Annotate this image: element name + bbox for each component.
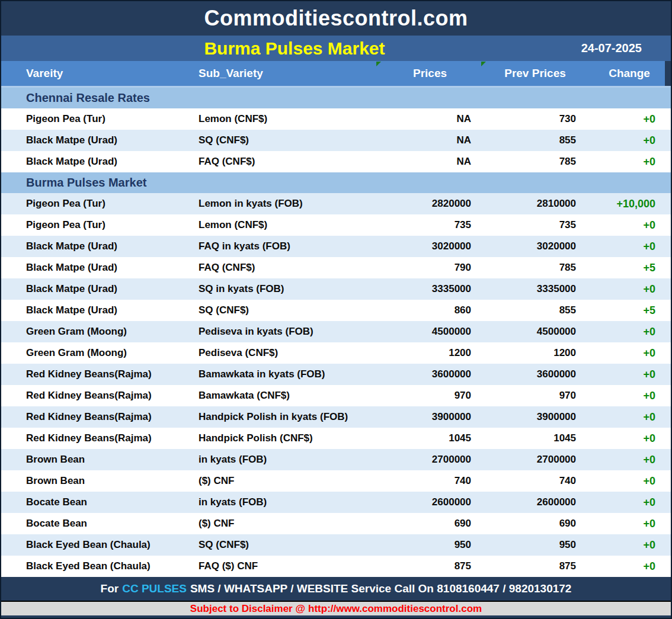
report-page: Commoditiescontrol.com Burma Pulses Mark… bbox=[0, 0, 672, 619]
cell-price: 1045 bbox=[377, 432, 482, 444]
cell-prev-price: 785 bbox=[482, 262, 588, 274]
cell-prev-price: 740 bbox=[482, 475, 588, 487]
table-row: Red Kidney Beans(Rajma)Bamawkata in kyat… bbox=[1, 364, 671, 385]
cell-price: 3335000 bbox=[377, 283, 482, 295]
cell-sub-variety: SQ (CNF$) bbox=[182, 304, 377, 316]
column-header-prev-prices: Prev Prices bbox=[482, 67, 588, 80]
title-bar: Commoditiescontrol.com bbox=[1, 1, 671, 36]
cell-change: +0 bbox=[588, 368, 671, 381]
table-row: Black Matpe (Urad)SQ in kyats (FOB)33350… bbox=[1, 278, 671, 300]
service-prefix: For bbox=[101, 582, 119, 595]
cell-price: 2820000 bbox=[377, 198, 482, 210]
cell-change: +0 bbox=[588, 432, 671, 445]
cell-sub-variety: Handpick Polish in kyats (FOB) bbox=[182, 411, 377, 423]
table-row: Black Matpe (Urad)FAQ (CNF$)NA785+0 bbox=[1, 151, 671, 172]
cell-prev-price: 875 bbox=[482, 560, 588, 572]
cell-prev-price: 735 bbox=[482, 219, 588, 231]
cell-sub-variety: Lemon in kyats (FOB) bbox=[182, 198, 377, 210]
cell-price: 690 bbox=[377, 518, 482, 530]
cell-variety: Brown Bean bbox=[1, 475, 182, 487]
cell-change: +0 bbox=[588, 283, 671, 296]
cell-price: 2600000 bbox=[377, 496, 482, 508]
cell-prev-price: 3335000 bbox=[482, 283, 588, 295]
cell-change: +0 bbox=[588, 240, 671, 253]
cell-price: 740 bbox=[377, 475, 482, 487]
cell-sub-variety: SQ in kyats (FOB) bbox=[182, 283, 377, 295]
cell-sub-variety: SQ (CNF$) bbox=[182, 539, 377, 551]
cell-change: +0 bbox=[588, 475, 671, 487]
cell-change: +0 bbox=[588, 560, 671, 573]
cell-change: +0 bbox=[588, 454, 671, 466]
cell-change: +0 bbox=[588, 134, 671, 147]
table-row: Green Gram (Moong)Pediseva (CNF$)1200120… bbox=[1, 342, 671, 364]
table-body: Chennai Resale RatesPigeon Pea (Tur)Lemo… bbox=[1, 88, 671, 577]
cell-variety: Black Eyed Bean (Chaula) bbox=[1, 560, 182, 572]
cell-sub-variety: in kyats (FOB) bbox=[182, 454, 377, 466]
service-text: SMS / WHATSAPP / WEBSITE Service Call On… bbox=[190, 582, 572, 595]
cell-change: +0 bbox=[588, 113, 671, 126]
cell-price: 735 bbox=[377, 219, 482, 231]
table-row: Red Kidney Beans(Rajma)Bamawkata (CNF$)9… bbox=[1, 385, 671, 406]
table-row: Bocate Beanin kyats (FOB)26000002600000+… bbox=[1, 492, 671, 513]
cell-prev-price: 970 bbox=[482, 390, 588, 402]
column-header-prices: Prices bbox=[377, 67, 482, 80]
cell-change: +0 bbox=[588, 156, 671, 168]
header-right-notch bbox=[665, 61, 671, 86]
cell-sub-variety: Bamawkata (CNF$) bbox=[182, 390, 377, 402]
cell-variety: Black Matpe (Urad) bbox=[1, 134, 182, 146]
cell-sub-variety: FAQ (CNF$) bbox=[182, 262, 377, 274]
cell-prev-price: 4500000 bbox=[482, 326, 588, 338]
table-row: Black Eyed Bean (Chaula)SQ (CNF$)950950+… bbox=[1, 534, 671, 556]
cell-sub-variety: FAQ ($) CNF bbox=[182, 560, 377, 572]
cell-variety: Black Matpe (Urad) bbox=[1, 283, 182, 295]
cell-variety: Red Kidney Beans(Rajma) bbox=[1, 368, 182, 380]
cell-sub-variety: Handpick Polish (CNF$) bbox=[182, 432, 377, 444]
cell-prev-price: 855 bbox=[482, 304, 588, 316]
cell-variety: Green Gram (Moong) bbox=[1, 347, 182, 359]
cell-price: 4500000 bbox=[377, 326, 482, 338]
cell-sub-variety: FAQ in kyats (FOB) bbox=[182, 240, 377, 252]
table-row: Pigeon Pea (Tur)Lemon (CNF$)NA730+0 bbox=[1, 108, 671, 130]
table-row: Brown Bean($) CNF740740+0 bbox=[1, 470, 671, 492]
report-title: Burma Pulses Market bbox=[1, 36, 588, 61]
table-row: Black Eyed Bean (Chaula)FAQ ($) CNF87587… bbox=[1, 556, 671, 577]
table-row: Green Gram (Moong)Pediseva in kyats (FOB… bbox=[1, 321, 671, 342]
cell-sub-variety: Lemon (CNF$) bbox=[182, 219, 377, 231]
cell-variety: Black Matpe (Urad) bbox=[1, 262, 182, 274]
cell-change: +5 bbox=[588, 262, 671, 274]
table-row: Pigeon Pea (Tur)Lemon (CNF$)735735+0 bbox=[1, 214, 671, 236]
table-row: Pigeon Pea (Tur)Lemon in kyats (FOB)2820… bbox=[1, 193, 671, 214]
cell-prev-price: 730 bbox=[482, 113, 588, 125]
cell-change: +0 bbox=[588, 390, 671, 402]
cell-variety: Red Kidney Beans(Rajma) bbox=[1, 411, 182, 423]
column-header-variety: Vareity bbox=[1, 67, 182, 80]
cell-variety: Black Eyed Bean (Chaula) bbox=[1, 539, 182, 551]
table-row: Brown Beanin kyats (FOB)27000002700000+0 bbox=[1, 449, 671, 470]
disclaimer-bar: Subject to Disclaimer @ http://www.commo… bbox=[1, 602, 671, 615]
cell-sub-variety: Bamawkata in kyats (FOB) bbox=[182, 368, 377, 380]
cell-variety: Black Matpe (Urad) bbox=[1, 156, 182, 168]
cell-prev-price: 2700000 bbox=[482, 454, 588, 466]
cell-variety: Brown Bean bbox=[1, 454, 182, 466]
cell-variety: Bocate Bean bbox=[1, 496, 182, 508]
table-row: Red Kidney Beans(Rajma)Handpick Polish i… bbox=[1, 406, 671, 428]
cell-price: 950 bbox=[377, 539, 482, 551]
cell-prev-price: 2810000 bbox=[482, 198, 588, 210]
cell-variety: Red Kidney Beans(Rajma) bbox=[1, 432, 182, 444]
cell-prev-price: 2600000 bbox=[482, 496, 588, 508]
cell-prev-price: 1045 bbox=[482, 432, 588, 444]
column-header-sub-variety: Sub_Variety bbox=[182, 67, 377, 80]
cell-price: 875 bbox=[377, 560, 482, 572]
prices-corner-flag-icon bbox=[376, 62, 381, 66]
disclaimer-link[interactable]: http://www.commoditiescontrol.com bbox=[308, 603, 482, 615]
column-header-change: Change bbox=[588, 67, 671, 80]
cell-change: +0 bbox=[588, 518, 671, 530]
cell-price: NA bbox=[377, 156, 482, 168]
table-row: Red Kidney Beans(Rajma)Handpick Polish (… bbox=[1, 428, 671, 449]
cell-variety: Black Matpe (Urad) bbox=[1, 304, 182, 316]
cell-prev-price: 1200 bbox=[482, 347, 588, 359]
cell-price: 790 bbox=[377, 262, 482, 274]
cell-variety: Green Gram (Moong) bbox=[1, 326, 182, 338]
cell-sub-variety: SQ (CNF$) bbox=[182, 134, 377, 146]
service-brand: CC PULSES bbox=[122, 582, 187, 595]
